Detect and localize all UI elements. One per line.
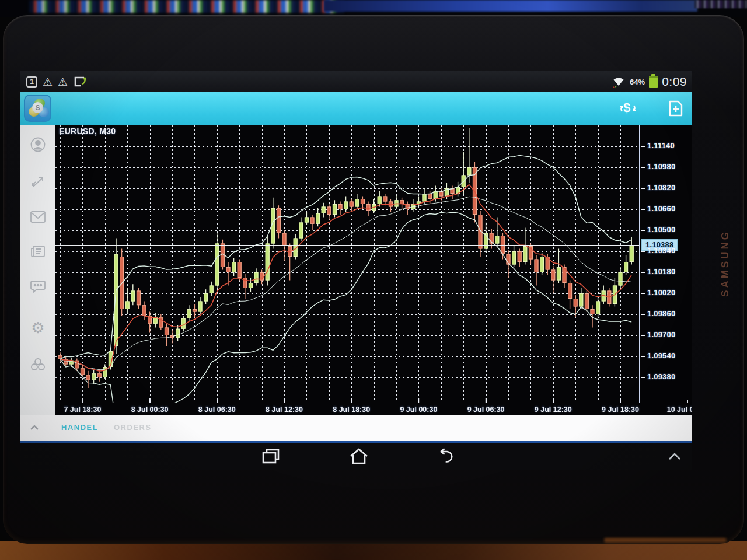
notification-count-icon: 1: [26, 76, 37, 88]
recents-icon: [261, 447, 281, 466]
time-tick-label: 8 Jul 12:30: [256, 405, 312, 414]
background-monitor-glow: [324, 0, 697, 12]
price-tick-label: 1.10500: [647, 225, 675, 234]
price-tick-label: 1.09380: [647, 372, 675, 381]
time-tick-mark: [82, 400, 83, 403]
mt-logo-ghost-icon: [30, 357, 46, 372]
wifi-icon: [612, 75, 626, 89]
price-tick-label: 1.09700: [647, 330, 675, 339]
back-icon: [436, 447, 455, 466]
time-axis[interactable]: 7 Jul 18:308 Jul 00:308 Jul 06:308 Jul 1…: [55, 402, 692, 415]
account-icon: [30, 136, 46, 153]
time-tick-mark: [284, 400, 285, 403]
new-order-icon[interactable]: [668, 100, 683, 117]
time-tick-mark: [351, 400, 352, 403]
trade-dollar-icon[interactable]: $: [618, 100, 638, 117]
price-tick-label: 1.11140: [647, 141, 675, 150]
price-tick-label: 1.10980: [647, 162, 675, 171]
tab-handel[interactable]: HANDEL: [61, 423, 98, 432]
trade-arrows-icon: [30, 174, 46, 190]
status-bar[interactable]: 1 ⚠ ⚠ 64%: [20, 71, 692, 92]
price-tick-label: 1.10660: [647, 204, 675, 213]
time-tick-label: 9 Jul 06:30: [458, 405, 514, 414]
price-chart[interactable]: [55, 125, 639, 402]
sidebar-item-accounts[interactable]: [29, 135, 47, 154]
time-tick-mark: [620, 400, 621, 403]
chevron-up-icon[interactable]: [30, 425, 39, 430]
clock: 0:09: [662, 75, 687, 89]
logo-s-badge: S: [32, 102, 43, 113]
time-tick-label: 8 Jul 00:30: [122, 405, 178, 414]
time-tick-label: 7 Jul 18:30: [54, 405, 110, 414]
bezel-reflection: [604, 538, 727, 542]
chat-icon: [30, 279, 46, 294]
time-tick-label: 9 Jul 12:30: [525, 405, 581, 414]
price-tick-label: 1.10020: [647, 288, 675, 297]
samsung-logo: SAMSUNG: [720, 230, 731, 297]
price-tick-label: 1.09860: [647, 309, 675, 318]
sidebar-item-news[interactable]: [29, 242, 47, 261]
gear-icon: ⚙: [31, 320, 44, 335]
trade-arrows: [618, 100, 638, 117]
price-tick-label: 1.10820: [647, 183, 675, 192]
tab-orders[interactable]: ORDERS: [114, 423, 152, 432]
android-nav-bar: [20, 443, 692, 470]
battery-icon: [649, 76, 658, 88]
photo-scene: SAMSUNG 1 ⚠ ⚠: [0, 0, 747, 560]
nav-chevron-up-button[interactable]: [667, 447, 687, 466]
time-tick-mark: [486, 400, 487, 403]
symbol-label: EURUSD, M30: [59, 127, 116, 136]
price-tick-label: 1.10180: [647, 267, 675, 276]
time-tick-label: 9 Jul 00:30: [390, 405, 446, 414]
sidebar-item-trade[interactable]: [29, 173, 47, 191]
time-tick-label: 10 Jul 00:30: [659, 405, 692, 414]
mail-icon: [30, 211, 46, 223]
warning-icon: ⚠: [58, 76, 68, 88]
tablet-device: SAMSUNG 1 ⚠ ⚠: [3, 15, 744, 544]
sidebar-item-mail[interactable]: [29, 208, 47, 226]
sidebar-item-chat[interactable]: [29, 277, 47, 296]
time-tick-label: 8 Jul 18:30: [323, 405, 379, 414]
time-tick-mark: [553, 400, 554, 403]
desk-surface: [0, 541, 747, 560]
sidebar: ⚙: [20, 125, 55, 415]
recent-apps-button[interactable]: [261, 447, 281, 466]
time-tick-mark: [687, 400, 688, 403]
tablet-screen: 1 ⚠ ⚠ 64%: [20, 71, 692, 470]
bottom-panel: HANDEL ORDERS: [20, 415, 692, 441]
battery-percent: 64%: [630, 78, 645, 86]
screenshot-captured-icon: [73, 75, 87, 88]
news-icon: [30, 244, 46, 258]
home-icon: [348, 447, 369, 466]
back-button[interactable]: [436, 447, 456, 466]
warning-icon: ⚠: [43, 76, 53, 88]
time-tick-mark: [418, 400, 419, 403]
sidebar-item-settings[interactable]: ⚙: [29, 318, 47, 337]
price-tick-label: 1.10340: [647, 246, 675, 255]
background-monitor-dots: [694, 0, 747, 8]
time-tick-mark: [149, 400, 151, 403]
chart-plot: EURUSD, M30: [55, 125, 639, 402]
price-axis[interactable]: 1.10388 1.111401.109801.108201.106601.10…: [639, 125, 692, 402]
sidebar-item-journal[interactable]: [29, 355, 47, 374]
home-button[interactable]: [348, 447, 368, 466]
background-taskbar-icons: [29, 0, 344, 13]
time-tick-label: 9 Jul 18:30: [592, 405, 648, 414]
price-tick-label: 1.09540: [647, 351, 675, 360]
chevron-up-icon: [667, 447, 682, 466]
time-tick-mark: [217, 400, 218, 403]
time-tick-label: 8 Jul 06:30: [189, 405, 245, 414]
app-logo[interactable]: S: [24, 94, 51, 122]
app-toolbar: S $: [20, 92, 692, 125]
